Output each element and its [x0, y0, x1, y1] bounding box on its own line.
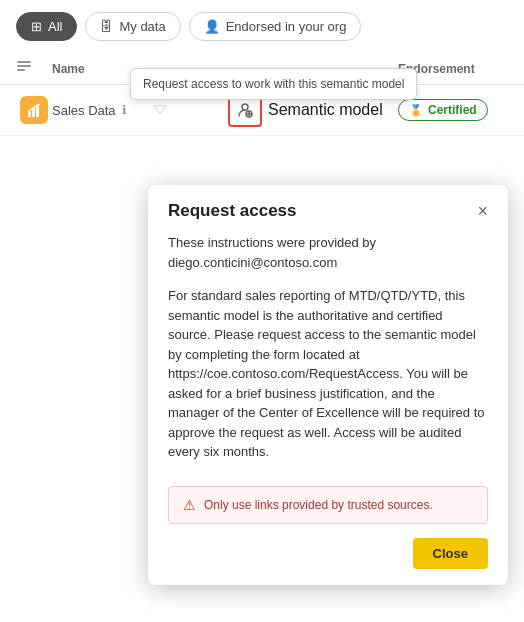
modal-body: These instructions were provided by dieg…	[148, 229, 508, 486]
modal-header: Request access ×	[148, 185, 508, 229]
modal-close-action-button[interactable]: Close	[413, 538, 488, 569]
page-wrapper: ⊞ All 🗄 My data 👤 Endorsed in your org R…	[0, 0, 524, 622]
modal-instructions: These instructions were provided by dieg…	[168, 233, 488, 272]
modal-actions: Close	[168, 538, 488, 569]
warning-banner: ⚠ Only use links provided by trusted sou…	[168, 486, 488, 524]
modal-body-text: For standard sales reporting of MTD/QTD/…	[168, 286, 488, 462]
modal-footer: ⚠ Only use links provided by trusted sou…	[148, 486, 508, 585]
modal-close-button[interactable]: ×	[477, 202, 488, 220]
warning-text: Only use links provided by trusted sourc…	[204, 498, 433, 512]
modal-title: Request access	[168, 201, 297, 221]
request-access-modal: Request access × These instructions were…	[148, 185, 508, 585]
warning-triangle-icon: ⚠	[183, 497, 196, 513]
